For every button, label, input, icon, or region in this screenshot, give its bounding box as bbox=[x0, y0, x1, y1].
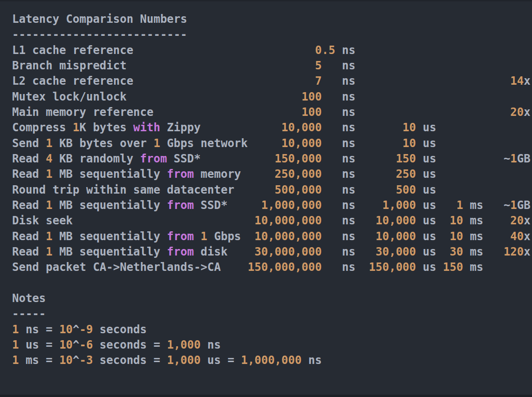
row-read-1mb-1gbps-text bbox=[436, 230, 450, 243]
row-read-1mb-disk-text: x bbox=[524, 245, 530, 258]
row-read-1mb-ssd-text: SSD* bbox=[194, 199, 227, 212]
row-read-4kb-ssd-text: ~ bbox=[504, 152, 510, 165]
row-compress-text: 1 bbox=[73, 121, 79, 134]
title-line-text: Latency Comparison Numbers bbox=[12, 13, 187, 26]
row-compress-text: with bbox=[133, 121, 160, 134]
row-read-1mb-1gbps-text: 10 bbox=[450, 230, 463, 243]
whitespace bbox=[248, 137, 281, 150]
terminal-text: Latency Comparison Numbers--------------… bbox=[0, 0, 532, 369]
row-l1-cache-text: 0.5 bbox=[315, 44, 335, 57]
whitespace bbox=[133, 74, 315, 87]
row-read-1mb-ssd-text: 1,000 bbox=[382, 199, 416, 212]
note-us-text: ns bbox=[201, 338, 221, 351]
row-l2-cache-text: 7 bbox=[315, 74, 321, 87]
whitespace bbox=[355, 199, 382, 212]
row-read-1mb-ssd-text: from bbox=[167, 199, 194, 212]
row-read-4kb-ssd-text: SSD* bbox=[167, 152, 200, 165]
row-main-memory: Main memory reference 100 ns 20x bbox=[12, 105, 532, 120]
whitespace bbox=[355, 106, 510, 119]
row-read-1mb-ssd-text: ms bbox=[463, 199, 483, 212]
row-send-1kb-text: 10,000 bbox=[281, 137, 322, 150]
row-read-1mb-disk-text: 30,000,000 bbox=[254, 245, 322, 258]
row-disk-seek: Disk seek 10,000,000 ns 10,000 us 10 ms … bbox=[12, 213, 532, 229]
row-read-4kb-ssd-text: 4 bbox=[46, 152, 52, 165]
whitespace bbox=[133, 44, 315, 57]
notes-underline-text: ----- bbox=[12, 307, 46, 320]
note-us-text: 1,000 bbox=[167, 338, 200, 351]
row-compress-text: Compress bbox=[12, 121, 73, 134]
row-read-1mb-disk-text: from bbox=[167, 245, 194, 258]
whitespace bbox=[484, 214, 511, 227]
row-read-1mb-disk-text: us bbox=[416, 245, 436, 258]
row-read-1mb-memory-text: memory bbox=[194, 168, 241, 181]
notes-heading-text: Notes bbox=[12, 292, 46, 305]
note-us: 1 us = 10^-6 seconds = 1,000 ns bbox=[12, 337, 532, 353]
row-send-1kb-text: Send bbox=[12, 137, 46, 150]
blank-line bbox=[12, 276, 532, 291]
row-read-1mb-disk-text: disk bbox=[194, 245, 227, 258]
title-line: Latency Comparison Numbers bbox=[12, 12, 532, 27]
row-l2-cache-text: L2 cache reference bbox=[12, 74, 133, 87]
row-read-4kb-ssd-text: 1 bbox=[510, 152, 517, 165]
whitespace bbox=[73, 214, 254, 227]
whitespace bbox=[153, 106, 301, 119]
notes-underline: ----- bbox=[12, 306, 532, 322]
row-read-4kb-ssd-text: ns bbox=[322, 152, 355, 165]
whitespace bbox=[355, 152, 396, 165]
row-read-1mb-1gbps-text: 10,000,000 bbox=[254, 230, 322, 243]
row-send-packet-text: 150,000 bbox=[369, 261, 416, 274]
note-ms-text: ms = bbox=[19, 354, 59, 367]
row-read-1mb-1gbps-text bbox=[194, 230, 200, 243]
row-compress-text: 10,000 bbox=[281, 121, 322, 134]
row-read-1mb-memory-text: ns bbox=[322, 168, 355, 181]
note-ms-text: 1,000 bbox=[167, 354, 200, 367]
row-l1-cache-text: ns bbox=[335, 44, 355, 57]
row-read-1mb-ssd: Read 1 MB sequentially from SSD* 1,000,0… bbox=[12, 198, 532, 213]
row-round-trip: Round trip within same datacenter 500,00… bbox=[12, 182, 532, 198]
note-us-text: us = bbox=[19, 338, 59, 351]
row-compress-text: ns bbox=[322, 121, 355, 134]
note-ns-text: seconds bbox=[93, 323, 147, 336]
row-mutex-text: ns bbox=[322, 90, 355, 103]
row-main-memory-text: x bbox=[524, 106, 530, 119]
row-read-1mb-1gbps-text: us bbox=[416, 230, 436, 243]
row-read-4kb-ssd-text: us bbox=[416, 152, 436, 165]
row-send-packet-text bbox=[436, 261, 443, 274]
row-main-memory-text: ns bbox=[322, 106, 355, 119]
whitespace bbox=[355, 74, 510, 87]
row-read-1mb-ssd-text bbox=[436, 199, 456, 212]
row-compress-text: Zippy bbox=[160, 121, 201, 134]
row-send-packet-text bbox=[355, 261, 369, 274]
row-read-1mb-ssd-text: 1 bbox=[457, 199, 463, 212]
row-disk-seek-text: ns bbox=[322, 214, 355, 227]
note-ms-text: -3 bbox=[80, 354, 93, 367]
row-l2-cache: L2 cache reference 7 ns 14x bbox=[12, 74, 532, 89]
row-disk-seek-text: 10,000 bbox=[375, 214, 416, 227]
row-read-1mb-1gbps-text bbox=[241, 230, 254, 243]
row-read-1mb-memory: Read 1 MB sequentially from memory 250,0… bbox=[12, 167, 532, 182]
row-read-1mb-disk-text: MB sequentially bbox=[53, 245, 167, 258]
row-send-1kb-text: KB bytes over bbox=[53, 137, 154, 150]
whitespace bbox=[221, 261, 248, 274]
row-send-packet: Send packet CA->Netherlands->CA 150,000,… bbox=[12, 260, 532, 275]
row-read-1mb-ssd-text bbox=[484, 199, 504, 212]
title-underline-text: -------------------------- bbox=[12, 28, 187, 41]
row-mutex-text: Mutex lock/unlock bbox=[12, 90, 127, 103]
note-us-text: ^ bbox=[73, 338, 79, 351]
row-compress-text: 10 bbox=[402, 121, 416, 134]
row-read-1mb-1gbps-text: 40 bbox=[510, 230, 524, 243]
row-read-4kb-ssd-text: GB bbox=[517, 152, 531, 165]
terminal-window: Latency Comparison Numbers--------------… bbox=[0, 0, 532, 397]
whitespace bbox=[355, 183, 396, 196]
row-branch-mispredict: Branch mispredict 5 ns bbox=[12, 58, 532, 74]
window-bottom-edge bbox=[0, 395, 532, 397]
row-disk-seek-text bbox=[436, 214, 450, 227]
row-disk-seek-text: 20 bbox=[510, 214, 524, 227]
note-ns-text: -9 bbox=[80, 323, 93, 336]
whitespace bbox=[227, 245, 254, 258]
note-ms-text: ^ bbox=[73, 354, 79, 367]
whitespace bbox=[234, 183, 275, 196]
row-round-trip-text: 500,000 bbox=[275, 183, 322, 196]
note-ns-text: ^ bbox=[73, 323, 79, 336]
row-read-1mb-memory-text: MB sequentially bbox=[53, 168, 167, 181]
